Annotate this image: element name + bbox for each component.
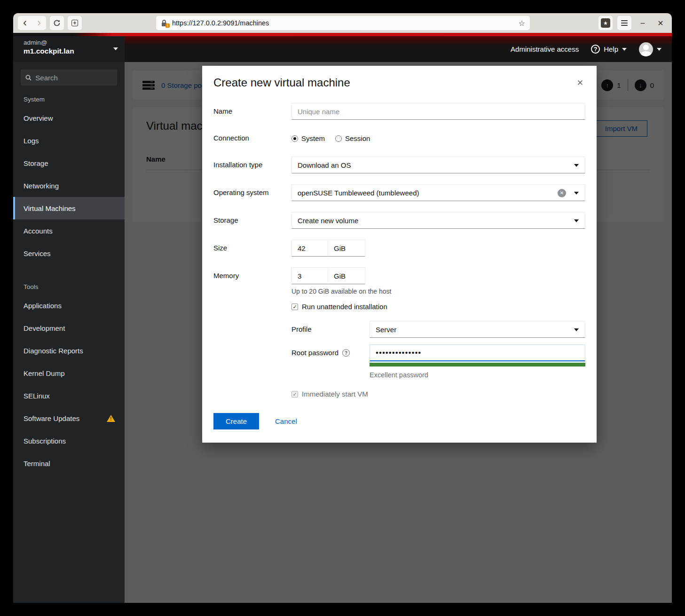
sidebar: SystemOverviewLogsStorageNetworkingVirtu… — [13, 62, 125, 603]
host-switcher[interactable]: admin@ m1.cockpit.lan — [13, 36, 125, 62]
sidebar-item-label: Diagnostic Reports — [24, 347, 83, 355]
radio-label: System — [301, 134, 325, 142]
cancel-button[interactable]: Cancel — [275, 417, 297, 425]
page-content: 0 Storage pools ↑ 1 ↓ 0 — [125, 62, 672, 603]
vm-name-input[interactable] — [291, 103, 585, 120]
app-top-row: admin@ m1.cockpit.lan Administrative acc… — [13, 36, 672, 62]
checkbox-label: Immediately start VM — [302, 390, 368, 398]
root-password-input[interactable] — [370, 344, 585, 361]
chevron-down-icon — [574, 192, 579, 195]
root-password-label: Root password ? — [291, 344, 370, 357]
profile-select[interactable]: Server — [370, 321, 585, 338]
chrome-right-cluster: ★ – ✕ — [598, 16, 667, 30]
sidebar-item-overview[interactable]: Overview — [13, 107, 125, 129]
minimize-button[interactable]: – — [636, 16, 649, 30]
administrative-access-label: Administrative access — [511, 45, 579, 53]
immediately-start-vm-checkbox[interactable]: ✓ Immediately start VM — [291, 390, 585, 398]
size-unit-select[interactable]: GiB — [328, 240, 365, 257]
sidebar-nav: SystemOverviewLogsStorageNetworkingVirtu… — [13, 86, 125, 475]
brand-stripe — [13, 33, 672, 36]
sidebar-item-kernel-dump[interactable]: Kernel Dump — [13, 362, 125, 384]
size-unit-value: GiB — [334, 244, 346, 252]
sidebar-item-selinux[interactable]: SELinux — [13, 384, 125, 407]
sidebar-item-accounts[interactable]: Accounts — [13, 219, 125, 242]
sidebar-item-subscriptions[interactable]: Subscriptions — [13, 429, 125, 452]
create-button[interactable]: Create — [213, 413, 259, 429]
sidebar-search[interactable] — [21, 70, 117, 86]
checkbox-checked-icon: ✓ — [291, 304, 298, 310]
checkbox-label: Run unattended installation — [302, 303, 387, 311]
chevron-down-icon — [574, 328, 579, 331]
search-input[interactable] — [35, 74, 112, 82]
warning-icon: ! — [107, 415, 115, 422]
chevron-down-icon — [622, 48, 627, 51]
security-warning-badge: ! — [165, 23, 170, 28]
sidebar-item-label: Terminal — [24, 460, 50, 468]
radio-label: Session — [345, 134, 370, 142]
session-menu[interactable] — [639, 42, 661, 56]
help-label: Help — [604, 45, 618, 53]
size-input[interactable] — [291, 240, 328, 257]
menu-icon — [621, 20, 628, 26]
sidebar-item-applications[interactable]: Applications — [13, 294, 125, 317]
sidebar-item-label: Overview — [24, 114, 53, 122]
bookmark-star-icon[interactable]: ☆ — [519, 19, 525, 28]
chevron-down-icon — [574, 219, 579, 222]
chevron-down-icon — [113, 47, 118, 50]
installation-type-select[interactable]: Download an OS — [291, 156, 585, 173]
sidebar-item-label: Development — [24, 324, 65, 332]
sidebar-item-development[interactable]: Development — [13, 317, 125, 339]
lock-warning-icon[interactable]: ! — [161, 19, 168, 27]
url-text[interactable]: https://127.0.0.2:9091/machines — [172, 19, 515, 27]
search-icon — [25, 74, 31, 81]
sidebar-item-label: Applications — [24, 302, 62, 310]
menu-button[interactable] — [617, 16, 631, 30]
sidebar-item-services[interactable]: Services — [13, 242, 125, 265]
memory-helper-text: Up to 20 GiB available on the host — [291, 288, 585, 295]
library-button[interactable]: ★ — [598, 16, 613, 30]
sidebar-section-label: System — [13, 86, 125, 107]
storage-select[interactable]: Create new volume — [291, 212, 585, 229]
help-icon: ? — [591, 45, 600, 54]
sidebar-item-virtual-machines[interactable]: Virtual Machines — [13, 197, 125, 219]
sidebar-item-label: Logs — [24, 137, 39, 145]
password-help-icon[interactable]: ? — [342, 349, 350, 357]
create-vm-dialog: Create new virtual machine ✕ Name Connec… — [202, 66, 597, 443]
avatar — [639, 42, 653, 56]
name-label: Name — [213, 103, 291, 115]
forward-icon: › — [37, 17, 41, 28]
sidebar-item-label: Networking — [24, 182, 59, 190]
address-bar[interactable]: ! https://127.0.0.2:9091/machines ☆ — [156, 16, 530, 30]
administrative-access-button[interactable]: Administrative access — [511, 45, 579, 53]
help-menu[interactable]: ? Help — [591, 45, 627, 54]
memory-input[interactable] — [291, 267, 328, 284]
root-password-label-text: Root password — [291, 349, 339, 357]
forward-button[interactable]: › — [32, 16, 46, 30]
reload-button[interactable] — [50, 16, 64, 30]
close-window-button[interactable]: ✕ — [654, 16, 667, 30]
operating-system-select[interactable]: openSUSE Tumbleweed (tumbleweed) ✕ — [291, 184, 585, 201]
connection-system-radio[interactable]: System — [291, 134, 325, 142]
sidebar-item-storage[interactable]: Storage — [13, 152, 125, 174]
password-strength-text: Excellent password — [370, 371, 585, 379]
unattended-installation-checkbox[interactable]: ✓ Run unattended installation — [291, 303, 585, 311]
sidebar-item-terminal[interactable]: Terminal — [13, 452, 125, 475]
sidebar-item-label: SELinux — [24, 392, 50, 400]
sidebar-item-diagnostic-reports[interactable]: Diagnostic Reports — [13, 339, 125, 362]
sidebar-item-label: Subscriptions — [24, 437, 66, 445]
connection-label: Connection — [213, 131, 291, 142]
clear-selection-icon[interactable]: ✕ — [558, 189, 566, 197]
close-dialog-button[interactable]: ✕ — [575, 76, 585, 90]
connection-session-radio[interactable]: Session — [335, 134, 370, 142]
back-button[interactable]: ‹ — [18, 16, 32, 30]
new-tab-button[interactable]: + — [68, 16, 82, 30]
installation-type-label: Installation type — [213, 156, 291, 169]
sidebar-item-software-updates[interactable]: Software Updates! — [13, 407, 125, 429]
reload-icon — [53, 19, 61, 27]
sidebar-item-logs[interactable]: Logs — [13, 129, 125, 152]
memory-unit-select[interactable]: GiB — [328, 267, 365, 284]
chevron-down-icon — [574, 164, 579, 167]
chevron-down-icon — [657, 48, 661, 51]
sidebar-item-networking[interactable]: Networking — [13, 174, 125, 197]
sidebar-item-label: Software Updates — [24, 414, 79, 422]
